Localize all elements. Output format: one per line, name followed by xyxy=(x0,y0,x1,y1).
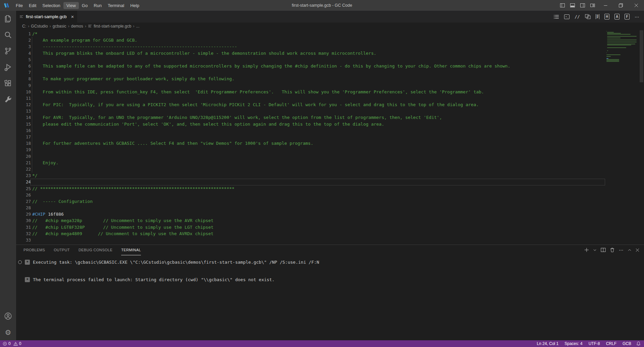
menu-view[interactable]: View xyxy=(63,2,79,9)
menu-go[interactable]: Go xyxy=(79,2,91,9)
panel-tab-terminal[interactable]: TERMINAL xyxy=(121,245,141,255)
customize-layout-icon xyxy=(590,3,595,8)
split-panel-icon[interactable] xyxy=(601,248,606,252)
code-line-12[interactable]: 12 For PIC: Typically, if you are using … xyxy=(16,101,605,108)
hex-file-split-icon[interactable]: HF xyxy=(596,14,599,19)
menu-run[interactable]: Run xyxy=(91,2,105,9)
code-line-24[interactable]: 24 xyxy=(16,179,605,185)
code-line-30[interactable]: 30// #chip mega328p // Uncomment to simp… xyxy=(16,217,605,224)
breadcrumb-item[interactable]: gcbasic xyxy=(53,24,66,29)
close-window-button[interactable] xyxy=(629,0,644,11)
asm-view-icon[interactable]: A xyxy=(614,14,620,19)
code-line-20[interactable]: 20 xyxy=(16,153,605,160)
statusbar-item[interactable]: Ln 24, Col 1 xyxy=(534,341,562,346)
new-terminal-icon[interactable] xyxy=(584,248,589,252)
code-line-31[interactable]: 31// #chip LGT8F328P // Uncomment to sim… xyxy=(16,224,605,230)
code-line-1[interactable]: 1/* xyxy=(16,31,605,37)
code-line-15[interactable]: 15 please edit the communication 'Port',… xyxy=(16,121,605,127)
menu-terminal[interactable]: Terminal xyxy=(105,2,127,9)
menu-edit[interactable]: Edit xyxy=(26,2,39,9)
statusbar-item[interactable]: UTF-8 xyxy=(586,341,603,346)
settings-gear-icon[interactable]: ⚙ xyxy=(0,324,16,340)
maximize-panel-icon[interactable] xyxy=(628,249,631,251)
tab-close-icon[interactable]: × xyxy=(71,14,74,19)
panel-tab-problems[interactable]: PROBLEMS xyxy=(23,245,45,255)
comment-toggle-icon[interactable]: // xyxy=(575,14,580,19)
notifications-bell-icon[interactable] xyxy=(634,341,644,346)
code-line-18[interactable]: 18 For further adventures with GCBASIC .… xyxy=(16,140,605,146)
tab-first-start-sample[interactable]: first-start-sample.gcb × xyxy=(16,11,77,23)
code-editor[interactable]: 1/*2 An example program for GCGB and GCB… xyxy=(16,30,644,245)
vertical-scrollbar[interactable] xyxy=(639,30,644,245)
code-line-9[interactable]: 9 xyxy=(16,82,605,89)
hex-view-icon[interactable]: H xyxy=(604,14,609,19)
code-line-2[interactable]: 2 An example program for GCGB and GCB. xyxy=(16,37,605,43)
statusbar-item[interactable]: GCB xyxy=(620,341,634,346)
code-line-14[interactable]: 14 For AVR: Typically, for an UNO the pr… xyxy=(16,114,605,121)
switch-view-icon[interactable] xyxy=(585,14,591,19)
code-line-8[interactable]: 8 To make your programmer or your bootlo… xyxy=(16,76,605,82)
explorer-icon[interactable] xyxy=(0,11,16,27)
source-control-icon[interactable] xyxy=(0,43,16,59)
menu-selection[interactable]: Selection xyxy=(39,2,63,9)
panel-more-actions-icon[interactable]: ⋯ xyxy=(619,248,624,252)
toggle-secondary-sidebar-button[interactable] xyxy=(578,0,588,11)
breadcrumb-item[interactable]: demos xyxy=(71,24,83,29)
toggle-sidebar-button[interactable] xyxy=(557,0,567,11)
run-debug-icon[interactable] xyxy=(0,59,16,75)
account-icon[interactable] xyxy=(0,308,16,324)
menu-file[interactable]: File xyxy=(13,2,26,9)
search-icon[interactable] xyxy=(0,27,16,43)
breadcrumb-item[interactable]: ... xyxy=(136,24,140,29)
breadcrumb-item[interactable]: C: xyxy=(22,24,26,29)
line-number: 1 xyxy=(16,31,31,37)
terminal-row[interactable]: *The terminal process failed to launch: … xyxy=(17,276,644,283)
code-line-19[interactable]: 19 xyxy=(16,146,605,153)
code-line-7[interactable]: 7 xyxy=(16,69,605,76)
code-line-26[interactable]: 26 xyxy=(16,192,605,198)
code-line-33[interactable]: 33 xyxy=(16,237,605,243)
code-line-17[interactable]: 17 xyxy=(16,134,605,140)
extensions-icon[interactable] xyxy=(0,75,16,91)
code-line-23[interactable]: 23*/ xyxy=(16,172,605,179)
breadcrumb-item[interactable]: GCstudio xyxy=(31,24,48,29)
terminal-row[interactable]: *Executing task: \gcbasic\GCBASIC.EXE \"… xyxy=(17,259,644,265)
toggle-panel-button[interactable] xyxy=(567,0,578,11)
restore-button[interactable] xyxy=(613,0,629,11)
panel-tab-debug-console[interactable]: DEBUG CONSOLE xyxy=(79,245,112,255)
outline-list-icon[interactable] xyxy=(554,14,559,19)
statusbar-item[interactable]: Spaces: 4 xyxy=(561,341,585,346)
panel-tab-output[interactable]: OUTPUT xyxy=(54,245,70,255)
kill-terminal-trash-icon[interactable] xyxy=(610,248,614,252)
code-line-32[interactable]: 32// #chip mega4809 // Uncomment to simp… xyxy=(16,230,605,237)
file-view-icon[interactable]: F xyxy=(625,14,630,19)
code-line-25[interactable]: 25// ***********************************… xyxy=(16,185,605,192)
close-panel-icon[interactable] xyxy=(636,248,639,252)
code-line-6[interactable]: 6 This sample file can be adapted to any… xyxy=(16,63,605,69)
more-actions-icon[interactable]: ⋯ xyxy=(635,14,639,19)
code-line-11[interactable]: 11 xyxy=(16,95,605,101)
code-line-28[interactable]: 28 xyxy=(16,205,605,211)
breadcrumb-item[interactable]: first-start-sample.gcb xyxy=(94,24,131,29)
breadcrumb-separator: › xyxy=(28,24,29,29)
minimap[interactable] xyxy=(605,30,639,245)
problems-status[interactable]: 0 0 xyxy=(0,341,22,346)
code-line-21[interactable]: 21 Enjoy. xyxy=(16,160,605,166)
code-line-16[interactable]: 16 xyxy=(16,127,605,134)
terminal-dropdown-icon[interactable] xyxy=(593,249,596,251)
open-terminal-icon[interactable]: >_ xyxy=(564,14,569,19)
statusbar-item[interactable]: CRLF xyxy=(603,341,620,346)
code-line-3[interactable]: 3 --------------------------------------… xyxy=(16,43,605,50)
code-line-27[interactable]: 27// ----- Configuration xyxy=(16,198,605,205)
minimize-button[interactable] xyxy=(598,0,613,11)
code-line-4[interactable]: 4 This program blinks the onboard LED of… xyxy=(16,50,605,56)
terminal-output[interactable]: *Executing task: \gcbasic\GCBASIC.EXE \"… xyxy=(16,255,644,283)
code-line-29[interactable]: 29#CHIP 16f886 xyxy=(16,211,605,217)
code-line-5[interactable]: 5 xyxy=(16,56,605,63)
code-line-22[interactable]: 22 xyxy=(16,166,605,172)
code-line-10[interactable]: 10 From within this IDE, press function_… xyxy=(16,89,605,95)
tools-wrench-icon[interactable] xyxy=(0,91,16,107)
code-line-13[interactable]: 13 xyxy=(16,108,605,114)
menu-help[interactable]: Help xyxy=(127,2,142,9)
customize-layout-button[interactable] xyxy=(588,0,598,11)
